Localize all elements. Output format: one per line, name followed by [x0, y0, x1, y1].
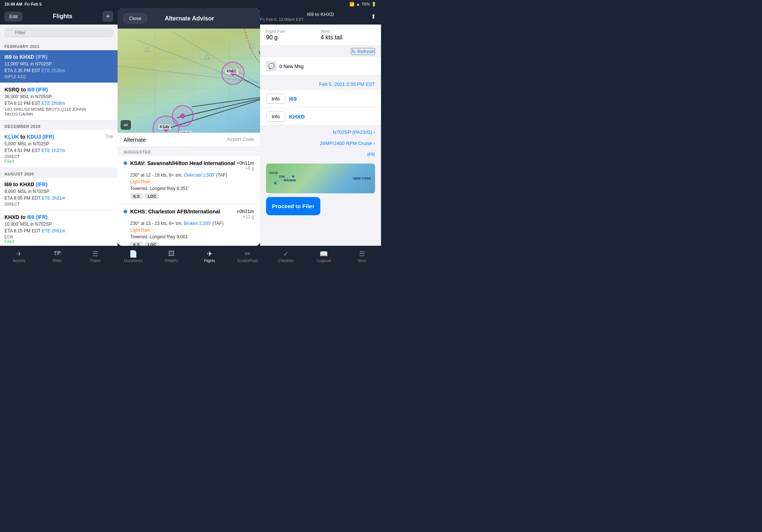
flight-waypoints: GIPLE AZQ	[4, 74, 113, 79]
flight-item-i69-khxd-selected[interactable]: I69 to KHXD (IFR) 11,000' MSL in N702SP …	[0, 50, 118, 83]
ksav-dot	[124, 161, 127, 165]
info-button-2[interactable]: Info	[266, 112, 285, 122]
svg-line-1	[284, 175, 292, 179]
battery-level: 76%	[362, 2, 370, 6]
checklist-icon: ✓	[283, 250, 289, 258]
route-tool-button[interactable]: ⇌	[121, 120, 131, 130]
flight-item-khxd-i69[interactable]: KHXD to I69 (IFR) 10,000' MSL in N702SP …	[0, 210, 118, 246]
flight-item-i69-khxd-aug[interactable]: I69 to KHXD (IFR) 8,000' MSL in N702SP E…	[0, 178, 118, 210]
scratchpads-icon: ✏	[245, 250, 250, 258]
flight-item-ksrq-i69[interactable]: KSRQ to I69 (IFR) 36,000' MSL in N705SP …	[0, 83, 118, 120]
right-header: I69 to KHXD Fri Feb 5, 12:00pm EST ⬆	[260, 8, 381, 25]
svg-line-18	[177, 96, 260, 118]
proceed-label: Proceed to File	[272, 203, 312, 209]
section-header-feb: FEBRUARY 2021	[0, 41, 118, 50]
flight-waypoints-3: DIRECT	[4, 154, 113, 159]
flight-filed-5: Filed	[4, 239, 113, 244]
checklist-label: Checklist	[278, 259, 294, 263]
left-sidebar: Edit Flights + 🔍 FEBRUARY 2021 I69 to KH…	[0, 8, 118, 246]
mini-map[interactable]: KIAD DW KNHK NEW YORK	[266, 164, 375, 193]
sidebar-title: Flights	[53, 13, 72, 20]
aircraft-link[interactable]: N702SP (PA23/G) ›	[333, 129, 375, 135]
flight-route-5: KHXD to I69 (IFR)	[4, 214, 113, 220]
wind-value: 4 kts tail	[321, 34, 375, 41]
section-header-dec: DECEMBER 2020	[0, 120, 118, 130]
ifr-label: IFR	[367, 152, 375, 157]
nav-more[interactable]: ☰ More	[343, 248, 381, 264]
svg-line-19	[192, 96, 260, 107]
filter-input[interactable]	[4, 28, 113, 38]
share-button[interactable]: ⬆	[371, 13, 376, 20]
close-button[interactable]: Close	[124, 13, 147, 23]
svg-point-28	[257, 79, 260, 112]
bottom-navigation: ✈ Airports 🗺 Maps ☰ Plates 📄 Documents 🖼…	[0, 246, 381, 266]
proceed-to-file-button[interactable]: Proceed to File ›	[266, 197, 320, 215]
kchs-tags: ILS LOC	[124, 242, 254, 246]
more-icon: ☰	[359, 250, 365, 258]
flight-eta-5: ETA 8:15 PM EDT ETE 2h51m	[4, 228, 113, 234]
info-button-1[interactable]: Info	[266, 94, 285, 104]
kchs-tag-loc: LOC	[145, 242, 159, 246]
fuel-wind-row: Flight Fuel 90 g Wind 4 kts tail	[260, 25, 381, 46]
status-time: 10:49 AM Fri Feb 5	[4, 2, 42, 6]
flight-eta: ETA 2:35 PM EST ETE 2h36m	[4, 67, 113, 74]
svg-marker-36	[249, 43, 254, 48]
ksav-tag-loc: LOC	[145, 193, 159, 199]
airports-label: Airports	[13, 259, 25, 263]
flight-detail-4: 8,000' MSL in N702SP	[4, 188, 113, 195]
nav-imagery[interactable]: 🖼 Imagery	[153, 248, 190, 264]
left-header: Edit Flights +	[0, 8, 118, 25]
aircraft-row: N702SP (PA23/G) ›	[260, 126, 381, 138]
date-row: Feb 5, 2021 2:35 PM EST	[260, 78, 381, 90]
maps-icon: 🗺	[54, 250, 61, 258]
alternate-item-ksav[interactable]: KSAV: Savannah/Hilton Head International…	[118, 156, 260, 204]
nav-documents[interactable]: 📄 Documents	[114, 248, 152, 264]
info-row-2: Info KHXD	[260, 108, 381, 126]
nav-plates[interactable]: ☰ Plates	[76, 248, 114, 264]
nav-scratchpads[interactable]: ✏ ScratchPads	[228, 248, 266, 264]
status-bar: 10:49 AM Fri Feb 5 📶 ▲ 76% 🔋	[0, 0, 381, 8]
imagery-icon: 🖼	[168, 250, 175, 258]
plates-icon: ☰	[92, 250, 98, 258]
kchs-fuel-add: +12 g	[237, 214, 254, 219]
kchs-runway: Towered, Longest Rwy 9,001'	[124, 234, 254, 239]
svg-line-21	[259, 51, 260, 96]
flight-waypoints-5: ECB	[4, 235, 113, 239]
refresh-label: Refresh	[357, 49, 374, 54]
map-knec-label: KNEC	[225, 69, 238, 74]
ksav-times: +0h11m +6 g	[237, 160, 254, 171]
nav-checklist[interactable]: ✓ Checklist	[267, 248, 305, 264]
flight-item-kluk-kduj[interactable]: KLUK to KDUJ (IFR) Tue 5,000' MSL in N70…	[0, 130, 118, 168]
add-flight-button[interactable]: +	[103, 11, 113, 22]
nav-logbook[interactable]: 📖 Logbook	[305, 248, 343, 264]
kchs-header: KCHS: Charleston AFB/International +0h21…	[124, 209, 254, 219]
alternate-item-kchs[interactable]: KCHS: Charleston AFB/International +0h21…	[118, 204, 260, 246]
message-count: 0 New Msg	[279, 64, 304, 69]
maps-label: Maps	[52, 258, 61, 262]
map-area: KCHS KHXD KNEC KSAV KSVN ⇌	[118, 29, 260, 133]
wind-info: Wind 4 kts tail	[321, 29, 375, 41]
nav-maps[interactable]: 🗺 Maps	[38, 248, 76, 264]
flight-eta-2: ETA 6:12 PM EST ETE 2h08m	[4, 100, 113, 107]
ksav-weather: Light Rain	[124, 179, 254, 184]
kchs-tag-ils: ILS	[130, 242, 143, 246]
airports-icon: ✈	[16, 250, 22, 258]
modal-title: Alternate Advisor	[147, 15, 232, 22]
nav-flights[interactable]: ✈ Flights	[190, 248, 228, 264]
code-i69: I69	[289, 96, 375, 102]
svg-point-25	[172, 106, 193, 126]
message-row[interactable]: 💬 0 New Msg	[260, 57, 381, 75]
svg-marker-35	[204, 55, 209, 59]
right-route-date: Fri Feb 5, 12:00pm EST	[260, 17, 381, 22]
refresh-button[interactable]: ↻ Refresh	[351, 48, 375, 55]
nav-airports[interactable]: ✈ Airports	[0, 248, 38, 264]
performance-link[interactable]: 26MP/2400 RPM Cruise ›	[320, 141, 375, 146]
filter-bar: 🔍	[0, 25, 118, 41]
ksav-fuel-add: +6 g	[237, 166, 254, 171]
svg-line-20	[233, 73, 260, 96]
edit-button[interactable]: Edit	[4, 12, 22, 21]
filter-wrapper: 🔍	[4, 28, 113, 38]
mini-map-svg	[266, 164, 375, 193]
right-content: Flight Fuel 90 g Wind 4 kts tail ↻ Refre…	[260, 25, 381, 246]
fuel-label: Flight Fuel	[266, 29, 321, 33]
